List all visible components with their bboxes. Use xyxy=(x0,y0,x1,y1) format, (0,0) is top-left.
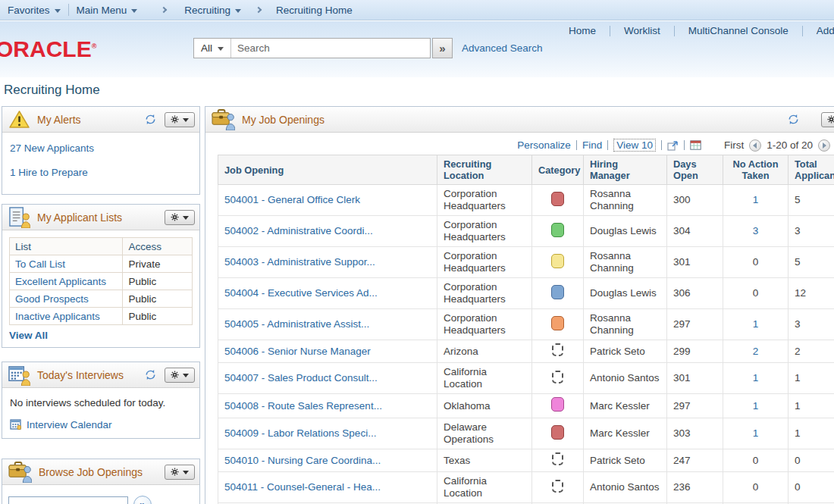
alert-link[interactable]: 1 Hire to Prepare xyxy=(10,167,192,178)
total-applicants-value: 5 xyxy=(789,247,834,278)
pager-first-label: First xyxy=(724,139,744,151)
no-action-taken-link[interactable]: 3 xyxy=(753,225,759,236)
no-action-taken-link[interactable]: 1 xyxy=(753,194,759,205)
banner: ORACLE® HomeWorklistMultiChannel Console… xyxy=(0,21,834,77)
browse-keyword-input[interactable] xyxy=(8,496,128,504)
my-alerts-pagelet: My Alerts xyxy=(2,106,200,195)
browse-go-button[interactable]: » xyxy=(133,496,152,504)
hiring-manager: Marc Kessler xyxy=(584,418,667,449)
total-applicants-value: 2 xyxy=(789,340,834,363)
gear-icon xyxy=(171,115,179,124)
pagelet-options-button[interactable] xyxy=(165,112,195,127)
job-opening-link[interactable]: 504001 - General Office Clerk xyxy=(224,194,360,205)
job-opening-link[interactable]: 504002 - Administrative Coordi... xyxy=(224,225,373,236)
job-opening-link[interactable]: 504008 - Route Sales Represent... xyxy=(224,400,382,412)
hiring-manager: Antonio Santos xyxy=(584,472,667,503)
download-grid-icon[interactable] xyxy=(690,140,701,150)
job-opening-link[interactable]: 504003 - Administrative Suppor... xyxy=(224,256,375,268)
breadcrumb-current-page[interactable]: Recruiting Home xyxy=(268,5,360,16)
job-opening-link[interactable]: 504005 - Administrative Assist... xyxy=(224,318,369,330)
breadcrumb-recruiting[interactable]: Recruiting xyxy=(177,5,249,16)
top-nav-link-worklist[interactable]: Worklist xyxy=(621,23,663,38)
refresh-icon[interactable] xyxy=(786,113,800,127)
applicant-list-link[interactable]: To Call List xyxy=(15,258,65,270)
applicant-list-link[interactable]: Inactive Applicants xyxy=(15,311,100,322)
breadcrumb-main-menu[interactable]: Main Menu xyxy=(69,5,146,16)
applicant-list-link[interactable]: Good Prospects xyxy=(15,293,89,305)
pagelet-options-button[interactable] xyxy=(165,210,195,225)
my-alerts-header: My Alerts xyxy=(2,107,199,133)
pagelet-options-button[interactable] xyxy=(165,368,195,383)
hiring-manager: Douglas Lewis xyxy=(584,278,667,309)
breadcrumb-favorites[interactable]: Favorites xyxy=(0,5,68,16)
advanced-search-link[interactable]: Advanced Search xyxy=(462,42,543,54)
refresh-icon[interactable] xyxy=(143,368,157,382)
applicant-list-access: Private xyxy=(123,255,193,273)
chevron-down-icon xyxy=(55,9,61,13)
job-opening-link[interactable]: 504007 - Sales Product Consult... xyxy=(224,372,378,383)
top-nav-link-add-to-favorites[interactable]: Add to Favorites xyxy=(814,23,834,38)
search-scope-dropdown[interactable]: All xyxy=(194,39,231,58)
no-action-taken-link[interactable]: 2 xyxy=(753,346,759,357)
job-opening-row: 504003 - Administrative Suppor...Corpora… xyxy=(218,247,834,278)
interview-calendar-link[interactable]: Interview Calendar xyxy=(27,419,112,430)
no-action-taken-link[interactable]: 1 xyxy=(753,372,759,383)
no-action-taken-link[interactable]: 1 xyxy=(753,400,759,412)
divider xyxy=(674,26,675,36)
days-open: 300 xyxy=(667,185,723,216)
previous-page-button[interactable] xyxy=(749,139,761,152)
grid-toolbar: Personalize Find View 10 xyxy=(218,139,830,152)
hiring-manager: Antonio Santos xyxy=(584,363,667,394)
job-opening-row: 504001 - General Office ClerkCorporation… xyxy=(218,185,834,216)
search-scope-label: All xyxy=(201,42,212,54)
find-link[interactable]: Find xyxy=(582,139,602,151)
search-go-button[interactable]: » xyxy=(432,38,453,58)
category-yellow-icon xyxy=(551,254,564,268)
applicant-list-link[interactable]: Excellent Applicants xyxy=(15,276,106,287)
arrow-left-icon xyxy=(753,142,757,149)
no-action-taken-link[interactable]: 1 xyxy=(753,318,759,330)
hiring-manager: Marc Kessler xyxy=(584,394,667,418)
my-alerts-body: 27 New Applicants1 Hire to Prepare xyxy=(2,133,199,194)
chevron-down-icon xyxy=(235,9,241,13)
column-header-hiring-manager: Hiring Manager xyxy=(584,155,667,185)
breadcrumb: Favorites Main Menu Recruiting Recruitin… xyxy=(0,0,834,20)
no-action-taken-link[interactable]: 1 xyxy=(753,427,759,439)
view-all-rows-link[interactable]: View 10 xyxy=(613,139,656,152)
job-opening-link[interactable]: 504011 - Counsel-General - Hea... xyxy=(224,481,381,493)
top-nav-link-home[interactable]: Home xyxy=(566,23,599,38)
next-page-button[interactable] xyxy=(818,139,830,152)
top-nav-link-multichannel-console[interactable]: MultiChannel Console xyxy=(685,23,792,38)
job-opening-link[interactable]: 504009 - Labor Relations Speci... xyxy=(224,427,376,439)
category-green-icon xyxy=(551,223,564,237)
pagelet-options-button[interactable] xyxy=(821,112,834,127)
view-all-link[interactable]: View All xyxy=(9,330,48,341)
category-red-icon xyxy=(551,425,564,440)
chevron-down-icon xyxy=(183,374,189,377)
chevron-down-icon xyxy=(183,118,189,122)
pagelet-options-button[interactable] xyxy=(165,465,195,480)
alert-link[interactable]: 27 New Applicants xyxy=(10,142,192,154)
column-header-list: List xyxy=(10,238,123,255)
personalize-link[interactable]: Personalize xyxy=(517,139,571,151)
no-action-taken-value: 0 xyxy=(723,449,789,472)
days-open: 304 xyxy=(667,216,723,247)
recruiting-location: Corporation Headquarters xyxy=(437,247,532,278)
job-opening-link[interactable]: 504004 - Executive Services Ad... xyxy=(224,287,378,299)
search-input[interactable] xyxy=(231,39,430,58)
column-header-recruiting-location: Recruiting Location xyxy=(437,155,532,185)
applicant-list-access: Public xyxy=(123,290,193,308)
zoom-grid-icon[interactable] xyxy=(667,140,679,151)
job-opening-link[interactable]: 504006 - Senior Nurse Manager xyxy=(224,346,371,357)
gear-icon xyxy=(171,371,179,379)
refresh-icon[interactable] xyxy=(143,113,157,127)
recruiting-location: Corporation Headquarters xyxy=(437,278,532,309)
column-header-no-action-taken: No Action Taken xyxy=(723,155,789,185)
days-open: 299 xyxy=(667,340,723,363)
days-open: 247 xyxy=(667,449,723,472)
todays-interviews-pagelet: Today's Interviews xyxy=(2,362,200,439)
browse-job-openings-header: Browse Job Openings xyxy=(2,459,199,485)
total-applicants-value: 0 xyxy=(789,472,834,503)
calendar-person-icon xyxy=(8,364,30,386)
job-opening-link[interactable]: 504010 - Nursing Care Coordina... xyxy=(224,455,381,466)
